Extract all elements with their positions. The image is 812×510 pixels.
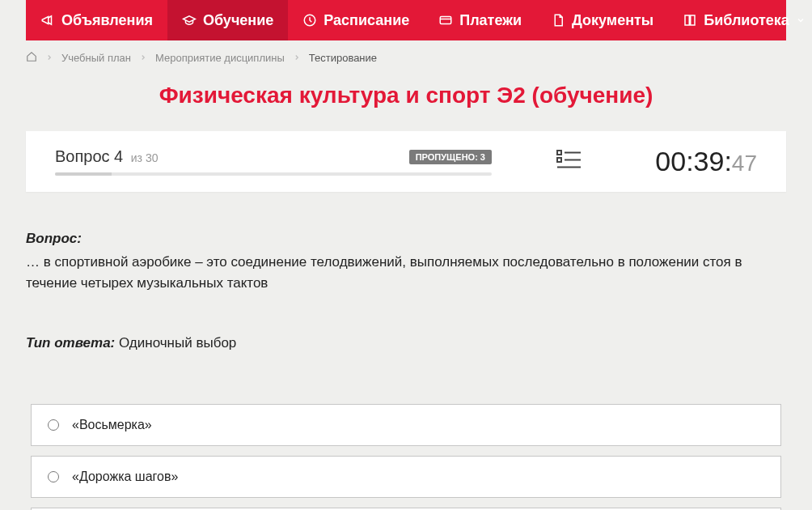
chevron-right-icon [45,53,53,62]
timer-main: 00:39: [655,146,732,177]
breadcrumb-item[interactable]: Учебный план [61,52,131,64]
answer-text: «Дорожка шагов» [72,470,178,484]
book-icon [683,13,697,28]
question-counter: Вопрос 4 из 30 [55,147,159,166]
list-icon [556,149,581,172]
answer-type-value: Одиночный выбор [119,335,236,351]
nav-library[interactable]: Библиотека [668,0,812,40]
breadcrumb-item[interactable]: Мероприятие дисциплины [155,52,285,64]
card-icon [438,13,453,28]
svg-rect-2 [557,151,561,155]
breadcrumb-home[interactable] [26,51,37,65]
home-icon [26,51,37,62]
answers-list: «Восьмерка» «Дорожка шагов» [26,404,786,510]
answer-option[interactable]: «Дорожка шагов» [31,456,781,498]
chevron-right-icon [139,53,147,62]
answer-radio[interactable] [48,471,59,482]
nav-label: Обучение [203,12,273,29]
status-panel: Вопрос 4 из 30 ПРОПУЩЕНО: 3 00 [26,131,786,192]
answer-type-label: Тип ответа: [26,335,115,351]
breadcrumb: Учебный план Мероприятие дисциплины Тест… [26,40,786,74]
question-list-button[interactable] [556,149,581,175]
nav-label: Библиотека [704,12,789,29]
nav-label: Платежи [459,12,522,29]
timer-seconds: 47 [732,151,757,176]
page-title: Физическая культура и спорт Э2 (обучение… [26,83,786,108]
answer-option[interactable]: «Восьмерка» [31,404,781,446]
question-label: Вопрос: [26,231,786,247]
chevron-right-icon [293,53,301,62]
answer-text: «Восьмерка» [72,418,152,432]
nav-learning[interactable]: Обучение [167,0,288,40]
cap-icon [182,13,197,28]
megaphone-icon [40,13,55,28]
clock-icon [302,13,317,28]
progress-bar [55,172,492,176]
skipped-badge: ПРОПУЩЕНО: 3 [409,150,492,164]
nav-payments[interactable]: Платежи [424,0,536,40]
nav-label: Документы [572,12,653,29]
doc-icon [551,13,565,28]
nav-label: Расписание [324,12,409,29]
nav-documents[interactable]: Документы [536,0,668,40]
answer-radio[interactable] [48,419,59,431]
svg-rect-4 [557,158,561,162]
chevron-down-icon [796,15,806,25]
question-text: … в спортивной аэробике – это соединение… [26,252,786,295]
svg-rect-1 [440,17,451,24]
timer: 00:39:47 [655,146,757,177]
nav-announcements[interactable]: Объявления [26,0,167,40]
nav-schedule[interactable]: Расписание [288,0,424,40]
top-nav: Объявления Обучение Расписание Платежи Д… [26,0,786,40]
nav-label: Объявления [61,12,153,29]
breadcrumb-current: Тестирование [309,52,377,64]
